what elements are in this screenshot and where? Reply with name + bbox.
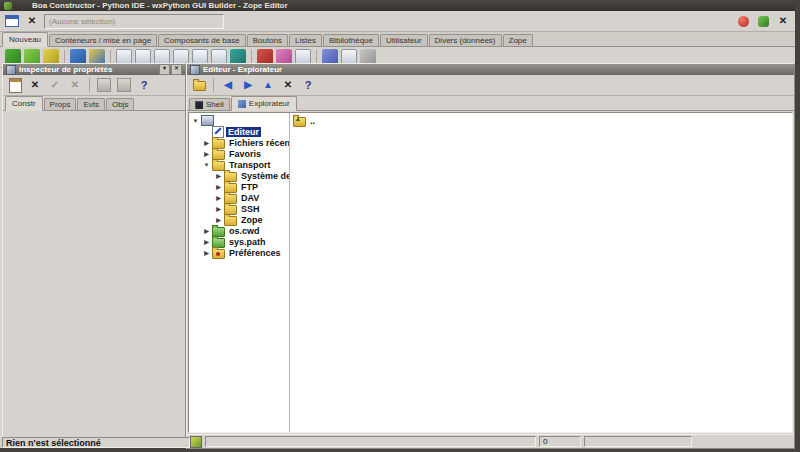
tree-root[interactable]: ▼: [189, 115, 289, 126]
delete-icon[interactable]: ✕: [280, 77, 296, 93]
inspector-toolbar: ✕ ✓ ✕ ?: [3, 75, 185, 96]
shell-icon: [195, 101, 203, 109]
tab-evts[interactable]: Evts: [77, 98, 105, 110]
open-folder-icon[interactable]: [191, 77, 207, 93]
inspector-window-buttons: ▾ ✕: [159, 64, 182, 75]
explorer-tree: ▼ Editeur ▶ Fichiers récents ▶ Favoris: [189, 113, 290, 432]
stop-icon[interactable]: [735, 13, 751, 29]
forward-icon[interactable]: ▶: [240, 77, 256, 93]
apply-icon[interactable]: ✓: [47, 77, 63, 93]
tree-item-label: Fichiers récents: [227, 138, 290, 148]
run-glyph-icon: [758, 16, 769, 27]
editor-titlebar[interactable]: Editeur - Explorateur: [187, 64, 794, 75]
tree-item-label: Préférences: [227, 248, 283, 258]
parent-folder-icon: [293, 117, 306, 127]
expander-collapsed-icon[interactable]: ▶: [203, 150, 210, 157]
palette-tab-listes[interactable]: Listes: [289, 34, 322, 46]
expander-expanded-icon[interactable]: ▼: [192, 118, 199, 124]
toolbar-separator: [89, 78, 90, 92]
status-progress-cell: [584, 436, 692, 447]
up-arrow-icon: [296, 117, 300, 121]
close-module-icon[interactable]: ✕: [24, 13, 40, 29]
toolbar-separator: [213, 78, 214, 92]
tree-item-label: SSH: [239, 204, 262, 214]
tree-item[interactable]: ▶ FTP: [189, 181, 289, 192]
tab-explorateur[interactable]: Explorateur: [231, 96, 297, 111]
run-icon[interactable]: [755, 13, 771, 29]
expander-collapsed-icon[interactable]: ▶: [215, 205, 222, 212]
tree-item[interactable]: ▶ Fichiers récents: [189, 137, 289, 148]
help-icon[interactable]: ?: [136, 77, 152, 93]
tab-constr[interactable]: Constr: [5, 96, 43, 111]
tree-item[interactable]: ▶ Zope: [189, 214, 289, 225]
delete-icon[interactable]: ✕: [27, 77, 43, 93]
tree-item[interactable]: ▶ DAV: [189, 192, 289, 203]
palette-tab-utilisateur[interactable]: Utilisateur: [380, 34, 428, 46]
option2-glyph-icon: [117, 78, 131, 92]
explorer-file-list: ..: [290, 113, 792, 432]
inspector-title: Inspecteur de propriétés: [19, 65, 112, 74]
toolbar-separator: [316, 50, 317, 64]
tree-item-label: DAV: [239, 193, 261, 203]
option-glyph-icon: [97, 78, 111, 92]
tree-item[interactable]: ▶ sys.path: [189, 236, 289, 247]
option2-icon[interactable]: [116, 77, 132, 93]
palette-tab-divers[interactable]: Divers (données): [429, 34, 502, 46]
palette-tab-conteneurs[interactable]: Conteneurs / mise en page: [49, 34, 157, 46]
back-icon[interactable]: ◀: [220, 77, 236, 93]
tree-item[interactable]: ▶ SSH: [189, 203, 289, 214]
tab-shell-label: Shell: [206, 100, 224, 109]
tree-item[interactable]: ▶ Préférences: [189, 247, 289, 258]
up-icon[interactable]: ▲: [260, 77, 276, 93]
expander-collapsed-icon[interactable]: ▶: [203, 249, 210, 256]
main-status: Rien n'est sélectionné: [2, 437, 190, 448]
folder-glyph-icon: [193, 81, 206, 91]
tree-item[interactable]: ▶ os.cwd: [189, 225, 289, 236]
tab-objs[interactable]: Objs: [106, 98, 134, 110]
tree-item[interactable]: ▶ Favoris: [189, 148, 289, 159]
editor-title: Editeur - Explorateur: [203, 65, 282, 74]
toolbar-separator: [64, 50, 65, 64]
tree-item-label: os.cwd: [227, 226, 262, 236]
selection-combo[interactable]: (Aucune sélection): [44, 14, 224, 29]
expander-collapsed-icon[interactable]: ▶: [203, 238, 210, 245]
inspector-tabbar: Constr Props Evts Objs: [3, 96, 185, 111]
expander-collapsed-icon[interactable]: ▶: [215, 172, 222, 179]
tree-item-label: Favoris: [227, 149, 263, 159]
palette-tab-nouveau[interactable]: Nouveau: [2, 32, 48, 47]
expander-collapsed-icon[interactable]: ▶: [215, 194, 222, 201]
tab-shell[interactable]: Shell: [189, 98, 230, 110]
inspector-titlebar[interactable]: Inspecteur de propriétés ▾ ✕: [3, 64, 185, 75]
inspector-icon: [6, 65, 16, 75]
tree-item[interactable]: Editeur: [189, 126, 289, 137]
close-icon[interactable]: ✕: [775, 13, 791, 29]
option-icon[interactable]: [96, 77, 112, 93]
palette-tab-composants[interactable]: Composants de base: [158, 34, 246, 46]
expander-collapsed-icon[interactable]: ▶: [215, 216, 222, 223]
help-icon[interactable]: ?: [300, 77, 316, 93]
paste-icon[interactable]: [7, 77, 23, 93]
close-icon[interactable]: ✕: [171, 64, 182, 75]
cancel-icon[interactable]: ✕: [67, 77, 83, 93]
palette-tab-zope[interactable]: Zope: [503, 34, 533, 46]
preferences-folder-icon: [212, 249, 225, 259]
tree-item-label: sys.path: [227, 237, 268, 247]
tree-item[interactable]: ▶ Système de fichiers: [189, 170, 289, 181]
tree-item-label: FTP: [239, 182, 260, 192]
toolbar-separator: [110, 50, 111, 64]
inspector-window: Inspecteur de propriétés ▾ ✕ ✕ ✓ ✕ ? Con…: [2, 63, 186, 438]
expander-collapsed-icon[interactable]: ▶: [203, 139, 210, 146]
new-window-icon[interactable]: [4, 13, 20, 29]
expander-collapsed-icon[interactable]: ▶: [203, 227, 210, 234]
palette-tab-bibliotheque[interactable]: Bibliothèque: [323, 34, 379, 46]
tab-props[interactable]: Props: [44, 98, 77, 110]
expander-expanded-icon[interactable]: ▼: [203, 162, 210, 168]
app-window: Boa Constructor - Python IDE - wxPython …: [0, 0, 795, 448]
expander-collapsed-icon[interactable]: ▶: [215, 183, 222, 190]
window-titlebar[interactable]: Boa Constructor - Python IDE - wxPython …: [0, 0, 795, 11]
list-item[interactable]: ..: [290, 115, 792, 126]
shade-icon[interactable]: ▾: [159, 64, 170, 75]
tree-item[interactable]: ▼ Transport: [189, 159, 289, 170]
palette-tab-boutons[interactable]: Boutons: [247, 34, 288, 46]
inspector-client-area: [3, 111, 185, 437]
